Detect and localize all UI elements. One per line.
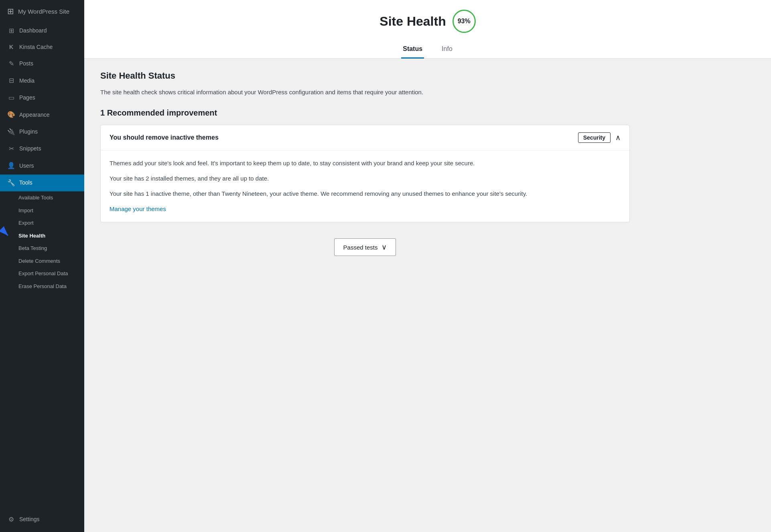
sidebar-subitem-export-personal-data[interactable]: Export Personal Data xyxy=(0,267,84,280)
section-description: The site health check shows critical inf… xyxy=(100,87,630,97)
arrow-indicator-icon xyxy=(0,229,16,242)
card-body: Themes add your site's look and feel. It… xyxy=(101,150,629,222)
card-paragraph-3: Your site has 1 inactive theme, other th… xyxy=(110,189,621,199)
card-header-right: Security ∧ xyxy=(578,132,621,143)
kinsta-icon: K xyxy=(7,43,15,51)
sidebar: ⊞ My WordPress Site ⊞ Dashboard K Kinsta… xyxy=(0,0,84,532)
recommendation-card: You should remove inactive themes Securi… xyxy=(100,125,630,222)
card-header: You should remove inactive themes Securi… xyxy=(101,125,629,150)
tools-icon: 🔧 xyxy=(7,179,15,187)
sidebar-item-media[interactable]: ⊟ Media xyxy=(0,72,84,89)
sidebar-item-label: Posts xyxy=(19,60,33,68)
page-title-row: Site Health 93% xyxy=(84,10,771,33)
sidebar-item-label: Users xyxy=(19,162,34,170)
dashboard-icon: ⊞ xyxy=(7,26,15,35)
plugins-icon: 🔌 xyxy=(7,128,15,136)
posts-icon: ✎ xyxy=(7,59,15,68)
manage-themes-link[interactable]: Manage your themes xyxy=(110,205,166,212)
sidebar-item-label: Pages xyxy=(19,94,35,102)
site-name: My WordPress Site xyxy=(18,8,69,15)
users-icon: 👤 xyxy=(7,161,15,170)
sidebar-item-snippets[interactable]: ✂ Snippets xyxy=(0,140,84,157)
sidebar-item-tools[interactable]: 🔧 Tools xyxy=(0,175,84,191)
page-title: Site Health xyxy=(379,14,446,29)
sidebar-logo: ⊞ My WordPress Site xyxy=(0,0,84,22)
improvement-title: 1 Recommended improvement xyxy=(100,108,630,118)
sidebar-item-kinsta-cache[interactable]: K Kinsta Cache xyxy=(0,39,84,55)
passed-tests-button[interactable]: Passed tests ∨ xyxy=(334,238,396,256)
passed-tests-container: Passed tests ∨ xyxy=(100,230,630,272)
site-health-subitem-wrapper: Site Health xyxy=(0,229,84,242)
card-link-paragraph: Manage your themes xyxy=(110,204,621,214)
collapse-icon[interactable]: ∧ xyxy=(615,133,621,142)
sidebar-item-label: Settings xyxy=(19,516,40,524)
sidebar-item-label: Plugins xyxy=(19,128,38,136)
sidebar-subitem-export[interactable]: Export xyxy=(0,217,84,229)
main-content: Site Health 93% Status Info Site Health … xyxy=(84,0,771,532)
pages-icon: ▭ xyxy=(7,93,15,102)
tab-status[interactable]: Status xyxy=(401,41,424,59)
sidebar-item-settings[interactable]: ⚙ Settings xyxy=(0,511,84,528)
sidebar-item-label: Snippets xyxy=(19,145,41,153)
sidebar-item-appearance[interactable]: 🎨 Appearance xyxy=(0,106,84,123)
sidebar-item-posts[interactable]: ✎ Posts xyxy=(0,55,84,72)
card-paragraph-2: Your site has 2 installed themes, and th… xyxy=(110,174,621,183)
content-area: Site Health Status The site health check… xyxy=(84,59,646,284)
media-icon: ⊟ xyxy=(7,76,15,85)
card-paragraph-1: Themes add your site's look and feel. It… xyxy=(110,158,621,168)
card-title: You should remove inactive themes xyxy=(110,134,219,141)
sidebar-item-plugins[interactable]: 🔌 Plugins xyxy=(0,124,84,140)
snippets-icon: ✂ xyxy=(7,144,15,153)
page-header: Site Health 93% Status Info xyxy=(84,0,771,59)
security-badge: Security xyxy=(578,132,611,143)
sidebar-subitem-delete-comments[interactable]: Delete Comments xyxy=(0,255,84,268)
tools-submenu: Available Tools Import Export Site Healt… xyxy=(0,191,84,292)
settings-icon: ⚙ xyxy=(7,515,15,524)
sidebar-subitem-erase-personal-data[interactable]: Erase Personal Data xyxy=(0,280,84,293)
page-tabs: Status Info xyxy=(84,41,771,58)
chevron-down-icon: ∨ xyxy=(381,243,387,252)
section-title: Site Health Status xyxy=(100,71,630,81)
sidebar-item-users[interactable]: 👤 Users xyxy=(0,157,84,174)
sidebar-subitem-beta-testing[interactable]: Beta Testing xyxy=(0,242,84,255)
sidebar-subitem-import[interactable]: Import xyxy=(0,204,84,217)
sidebar-item-dashboard[interactable]: ⊞ Dashboard xyxy=(0,22,84,39)
sidebar-item-pages[interactable]: ▭ Pages xyxy=(0,89,84,106)
sidebar-item-label: Appearance xyxy=(19,111,50,119)
wp-logo-icon: ⊞ xyxy=(7,6,14,16)
health-score-badge: 93% xyxy=(452,10,476,33)
sidebar-item-label: Tools xyxy=(19,179,32,187)
passed-tests-label: Passed tests xyxy=(343,244,378,251)
sidebar-subitem-available-tools[interactable]: Available Tools xyxy=(0,191,84,204)
sidebar-item-label: Dashboard xyxy=(19,27,47,35)
sidebar-item-label: Kinsta Cache xyxy=(19,43,53,51)
appearance-icon: 🎨 xyxy=(7,110,15,119)
tab-info[interactable]: Info xyxy=(440,41,454,59)
sidebar-item-label: Media xyxy=(19,77,34,85)
